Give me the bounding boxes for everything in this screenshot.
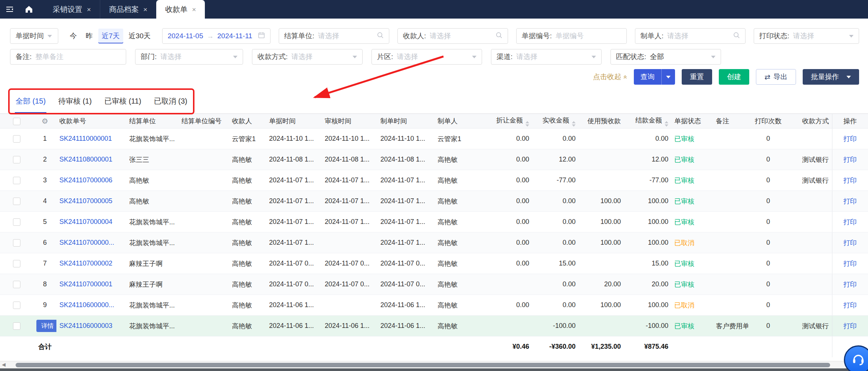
chevron-down-icon xyxy=(666,76,671,78)
doc-time-type-dropdown[interactable]: 单据时间 xyxy=(10,28,58,44)
row-checkbox[interactable] xyxy=(13,281,20,288)
cell-settle-unit-no xyxy=(178,149,229,170)
table-row[interactable]: 6 SK24110700000... 花旗装饰城平... 高艳敏 2024-11… xyxy=(0,232,868,253)
date-range-picker[interactable]: 2024-11-05 → 2024-11-11 xyxy=(162,28,271,44)
row-checkbox[interactable] xyxy=(13,135,20,143)
channel-filter[interactable]: 渠道: 请选择 xyxy=(491,49,602,65)
settle-unit-filter[interactable]: 结算单位: 请选择 xyxy=(279,28,389,44)
table-row[interactable]: 3 SK241107000006 高艳敏 高艳敏 2024-11-07 1...… xyxy=(0,170,868,191)
tab-pending-audit[interactable]: 待审核 (1) xyxy=(58,90,92,113)
col-received-amount[interactable]: 实收金额 xyxy=(532,114,579,128)
chevron-down-icon xyxy=(846,76,851,78)
receipt-no-link[interactable]: SK241110000001 xyxy=(59,135,112,142)
print-link[interactable]: 打印 xyxy=(844,218,857,226)
nav-tab-product-files[interactable]: 商品档案 × xyxy=(100,0,156,19)
select-all-checkbox[interactable] xyxy=(13,118,20,125)
close-icon[interactable]: × xyxy=(192,6,196,13)
receipt-no-link[interactable]: SK241108000001 xyxy=(59,156,112,163)
print-link[interactable]: 打印 xyxy=(844,302,857,309)
match-status-filter[interactable]: 匹配状态: 全部 xyxy=(610,49,721,65)
col-settle-amount[interactable]: 结款金额 xyxy=(624,114,671,128)
quick-yesterday[interactable]: 昨 xyxy=(82,29,96,43)
doc-no-filter[interactable]: 单据编号: 单据编号 xyxy=(516,28,627,44)
cell-create-time: 2024-11-08 1... xyxy=(379,149,435,170)
collapse-filters-link[interactable]: 点击收起 « xyxy=(593,72,627,82)
create-button[interactable]: 创建 xyxy=(719,69,749,85)
print-link[interactable]: 打印 xyxy=(844,239,857,247)
row-checkbox[interactable] xyxy=(13,302,20,309)
cell-creator: 高艳敏 xyxy=(435,274,478,295)
cell-settle-amount: 15.00 xyxy=(624,253,671,274)
print-link[interactable]: 打印 xyxy=(844,281,857,288)
table-row[interactable]: 9 SK24110600000... 花旗装饰城平... 高艳敏 2024-11… xyxy=(0,295,868,316)
receipt-no-link[interactable]: SK241106000003 xyxy=(59,322,112,329)
row-checkbox[interactable] xyxy=(13,322,20,330)
quick-today[interactable]: 今 xyxy=(66,29,80,43)
batch-actions-button[interactable]: 批量操作 xyxy=(803,69,859,85)
cell-remark xyxy=(713,170,748,191)
reset-button[interactable]: 重置 xyxy=(682,69,712,85)
table-row[interactable]: 7 SK241107000002 麻辣王子啊 高艳敏 2024-11-07 0.… xyxy=(0,253,868,274)
close-icon[interactable]: × xyxy=(143,6,147,13)
receipt-no-link[interactable]: SK241107000004 xyxy=(59,218,112,225)
table-row[interactable]: 4 SK241107000005 高艳敏 高艳敏 2024-11-07 1...… xyxy=(0,191,868,212)
nav-tab-receipts[interactable]: 收款单 × xyxy=(156,0,205,19)
cell-print-count: 0 xyxy=(748,274,788,295)
date-to[interactable]: 2024-11-11 xyxy=(217,32,252,40)
receipt-no-link[interactable]: SK24110700000... xyxy=(59,239,114,246)
row-checkbox[interactable] xyxy=(13,177,20,184)
print-link[interactable]: 打印 xyxy=(844,260,857,267)
date-from[interactable]: 2024-11-05 xyxy=(168,32,203,40)
search-dropdown-toggle[interactable] xyxy=(661,69,675,85)
tab-audited[interactable]: 已审核 (11) xyxy=(104,90,142,113)
receipt-no-link[interactable]: SK241107000005 xyxy=(59,197,112,205)
close-icon[interactable]: × xyxy=(87,6,91,13)
sidebar-toggle-icon[interactable] xyxy=(0,0,19,19)
row-checkbox[interactable] xyxy=(13,239,20,247)
horizontal-scrollbar[interactable]: ◀ xyxy=(0,361,868,368)
payee-filter[interactable]: 收款人: 请选择 xyxy=(397,28,508,44)
area-filter[interactable]: 片区: 请选择 xyxy=(371,49,482,65)
table-row[interactable]: 1 SK241110000001 花旗装饰城平... 云管家1 2024-11-… xyxy=(0,128,868,149)
cell-pay-method: 测试银行 xyxy=(788,316,832,336)
search-button[interactable]: 查询 xyxy=(634,72,661,82)
department-filter[interactable]: 部门: 请选择 xyxy=(135,49,243,65)
row-checkbox[interactable] xyxy=(13,156,20,163)
table-row[interactable]: 8 SK241107000001 麻辣王子啊 高艳敏 2024-11-07 0.… xyxy=(0,274,868,295)
table-row[interactable]: 2 SK241108000001 张三三 高艳敏 2024-11-08 1...… xyxy=(0,149,868,170)
export-button[interactable]: ⇄ 导出 xyxy=(756,69,796,85)
print-status-filter[interactable]: 打印状态: 请选择 xyxy=(754,28,859,44)
print-link[interactable]: 打印 xyxy=(844,156,857,163)
scrollbar-left-arrow-icon[interactable]: ◀ xyxy=(2,362,6,367)
home-icon[interactable] xyxy=(19,0,39,19)
print-link[interactable]: 打印 xyxy=(844,322,857,330)
quick-last7days[interactable]: 近7天 xyxy=(98,29,123,43)
col-discount-amount[interactable]: 折让金额 xyxy=(478,114,532,128)
row-checkbox[interactable] xyxy=(13,260,20,267)
tab-all[interactable]: 全部 (15) xyxy=(15,90,46,113)
sort-icon[interactable] xyxy=(572,121,576,127)
sort-icon[interactable] xyxy=(665,121,668,127)
print-link[interactable]: 打印 xyxy=(844,135,857,143)
quick-last30days[interactable]: 近30天 xyxy=(125,29,154,43)
row-checkbox[interactable] xyxy=(13,198,20,205)
sort-icon[interactable] xyxy=(525,121,529,127)
row-checkbox[interactable] xyxy=(13,218,20,226)
nav-tab-purchase-settings[interactable]: 采销设置 × xyxy=(44,0,100,19)
tab-cancelled[interactable]: 已取消 (3) xyxy=(153,90,188,113)
receipt-no-link[interactable]: SK241107000006 xyxy=(59,176,112,184)
receipt-no-link[interactable]: SK241107000001 xyxy=(59,280,112,288)
receipt-no-link[interactable]: SK241107000002 xyxy=(59,260,112,267)
print-link[interactable]: 打印 xyxy=(844,177,857,184)
detail-button[interactable]: 详情 xyxy=(36,320,56,332)
remark-filter[interactable]: 备注: 整单备注 xyxy=(10,49,126,65)
table-row[interactable]: 详情 SK241106000003 花旗装饰城平... 高艳敏 2024-11-… xyxy=(0,316,868,336)
scrollbar-thumb[interactable] xyxy=(16,363,830,367)
pay-method-filter[interactable]: 收款方式: 请选择 xyxy=(252,49,363,65)
creator-filter[interactable]: 制单人: 请选择 xyxy=(635,28,746,44)
table-row[interactable]: 5 SK241107000004 花旗装饰城平... 高艳敏 2024-11-0… xyxy=(0,212,868,232)
print-link[interactable]: 打印 xyxy=(844,198,857,205)
gear-icon[interactable]: ⚙ xyxy=(42,117,48,125)
cell-print-count: 0 xyxy=(748,149,788,170)
receipt-no-link[interactable]: SK24110600000... xyxy=(59,301,114,309)
